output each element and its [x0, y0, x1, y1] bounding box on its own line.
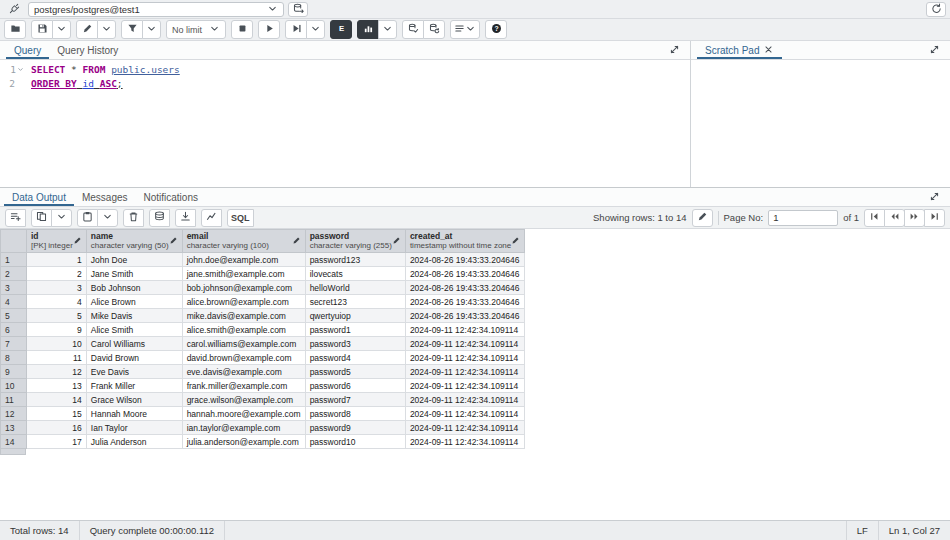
save-options-dropdown[interactable]: [52, 20, 71, 39]
cell-created_at[interactable]: 2024-08-26 19:43:33.204646: [405, 281, 524, 295]
execute-options-dropdown[interactable]: [306, 20, 325, 39]
row-number-cell[interactable]: 3: [1, 281, 27, 295]
page-no-input[interactable]: [768, 210, 838, 226]
edit-column-icon[interactable]: [392, 236, 401, 247]
sql-editor[interactable]: 12 SELECT * FROM public.usersORDER BY id…: [0, 60, 690, 187]
cell-name[interactable]: Hannah Moore: [86, 407, 182, 421]
tab-data-output[interactable]: Data Output: [4, 188, 74, 206]
row-number-cell[interactable]: 6: [1, 323, 27, 337]
tab-messages[interactable]: Messages: [74, 188, 136, 206]
cell-created_at[interactable]: 2024-09-11 12:42:34.109114: [405, 337, 524, 351]
cell-email[interactable]: john.doe@example.com: [182, 253, 305, 267]
cell-created_at[interactable]: 2024-08-26 19:43:33.204646: [405, 253, 524, 267]
cell-created_at[interactable]: 2024-08-26 19:43:33.204646: [405, 309, 524, 323]
edit-row-range-button[interactable]: [692, 209, 713, 227]
scratch-pad-editor[interactable]: [691, 60, 950, 187]
delete-rows-button[interactable]: [123, 209, 144, 227]
row-number-cell[interactable]: 5: [1, 309, 27, 323]
row-number-cell[interactable]: 8: [1, 351, 27, 365]
column-header-name[interactable]: namecharacter varying (50): [86, 230, 182, 253]
explain-button[interactable]: E: [330, 20, 352, 39]
edit-column-icon[interactable]: [292, 236, 301, 247]
cell-password[interactable]: password9: [305, 421, 405, 435]
cell-created_at[interactable]: 2024-09-11 12:42:34.109114: [405, 393, 524, 407]
edit-column-icon[interactable]: [73, 236, 82, 247]
cell-password[interactable]: secret123: [305, 295, 405, 309]
cell-created_at[interactable]: 2024-08-26 19:43:33.204646: [405, 267, 524, 281]
sql-code-line[interactable]: SELECT * FROM public.users: [31, 63, 690, 77]
cell-password[interactable]: password7: [305, 393, 405, 407]
connection-status-button[interactable]: [4, 2, 24, 17]
cell-id[interactable]: 2: [27, 267, 87, 281]
download-results-button[interactable]: [175, 209, 196, 227]
row-number-cell[interactable]: 14: [1, 435, 27, 449]
copy-options-dropdown[interactable]: [51, 209, 72, 227]
cell-created_at[interactable]: 2024-09-11 12:42:34.109114: [405, 323, 524, 337]
cell-created_at[interactable]: 2024-09-11 12:42:34.109114: [405, 407, 524, 421]
cell-password[interactable]: password123: [305, 253, 405, 267]
tab-scratch-pad[interactable]: Scratch Pad: [697, 41, 782, 59]
cell-password[interactable]: password5: [305, 365, 405, 379]
cell-name[interactable]: Eve Davis: [86, 365, 182, 379]
edit-column-icon[interactable]: [511, 236, 520, 247]
cell-id[interactable]: 4: [27, 295, 87, 309]
rollback-button[interactable]: [423, 20, 445, 39]
cell-name[interactable]: Ian Taylor: [86, 421, 182, 435]
save-data-changes-button[interactable]: [149, 209, 170, 227]
cell-email[interactable]: carol.williams@example.com: [182, 337, 305, 351]
previous-page-button[interactable]: [884, 209, 905, 227]
cell-id[interactable]: 10: [27, 337, 87, 351]
cell-password[interactable]: password4: [305, 351, 405, 365]
cell-id[interactable]: 5: [27, 309, 87, 323]
cell-password[interactable]: password10: [305, 435, 405, 449]
edit-button[interactable]: [76, 20, 98, 39]
cell-created_at[interactable]: 2024-09-11 12:42:34.109114: [405, 365, 524, 379]
cell-email[interactable]: alice.brown@example.com: [182, 295, 305, 309]
tab-query-history[interactable]: Query History: [49, 41, 126, 59]
row-number-cell[interactable]: 13: [1, 421, 27, 435]
cell-email[interactable]: frank.miller@example.com: [182, 379, 305, 393]
cell-id[interactable]: 13: [27, 379, 87, 393]
cell-email[interactable]: mike.davis@example.com: [182, 309, 305, 323]
new-row-stub[interactable]: [0, 449, 26, 455]
column-header-created_at[interactable]: created_attimestamp without time zone: [405, 230, 524, 253]
cell-password[interactable]: password6: [305, 379, 405, 393]
select-all-corner-cell[interactable]: [1, 230, 27, 253]
save-file-button[interactable]: [31, 20, 53, 39]
cell-name[interactable]: Jane Smith: [86, 267, 182, 281]
execute-query-button[interactable]: [258, 20, 280, 39]
cell-name[interactable]: Julia Anderson: [86, 435, 182, 449]
cell-id[interactable]: 9: [27, 323, 87, 337]
cell-id[interactable]: 3: [27, 281, 87, 295]
column-header-password[interactable]: passwordcharacter varying (255): [305, 230, 405, 253]
graph-visualiser-button[interactable]: [201, 209, 222, 227]
row-number-cell[interactable]: 11: [1, 393, 27, 407]
cell-name[interactable]: Carol Williams: [86, 337, 182, 351]
macros-button[interactable]: [450, 20, 480, 39]
cell-id[interactable]: 16: [27, 421, 87, 435]
cell-created_at[interactable]: 2024-09-11 12:42:34.109114: [405, 421, 524, 435]
cell-email[interactable]: eve.davis@example.com: [182, 365, 305, 379]
sql-code-area[interactable]: SELECT * FROM public.usersORDER BY id AS…: [26, 63, 690, 187]
new-connection-button[interactable]: [288, 2, 308, 17]
column-header-email[interactable]: emailcharacter varying (100): [182, 230, 305, 253]
paste-options-dropdown[interactable]: [97, 209, 118, 227]
column-header-id[interactable]: id[PK] integer: [27, 230, 87, 253]
cell-password[interactable]: password1: [305, 323, 405, 337]
tab-notifications[interactable]: Notifications: [136, 188, 206, 206]
cell-email[interactable]: hannah.moore@example.com: [182, 407, 305, 421]
cell-password[interactable]: password8: [305, 407, 405, 421]
show-sql-button[interactable]: SQL: [227, 209, 254, 227]
cell-name[interactable]: Grace Wilson: [86, 393, 182, 407]
cell-name[interactable]: Frank Miller: [86, 379, 182, 393]
sql-code-line[interactable]: ORDER BY id ASC;: [31, 77, 690, 91]
cell-name[interactable]: John Doe: [86, 253, 182, 267]
row-number-cell[interactable]: 2: [1, 267, 27, 281]
cell-created_at[interactable]: 2024-08-26 19:43:33.204646: [405, 295, 524, 309]
cell-email[interactable]: julia.anderson@example.com: [182, 435, 305, 449]
cell-email[interactable]: ian.taylor@example.com: [182, 421, 305, 435]
cell-name[interactable]: Mike Davis: [86, 309, 182, 323]
filter-options-dropdown[interactable]: [142, 20, 161, 39]
expand-query-pane-button[interactable]: [666, 43, 682, 57]
copy-rows-button[interactable]: [31, 209, 52, 227]
